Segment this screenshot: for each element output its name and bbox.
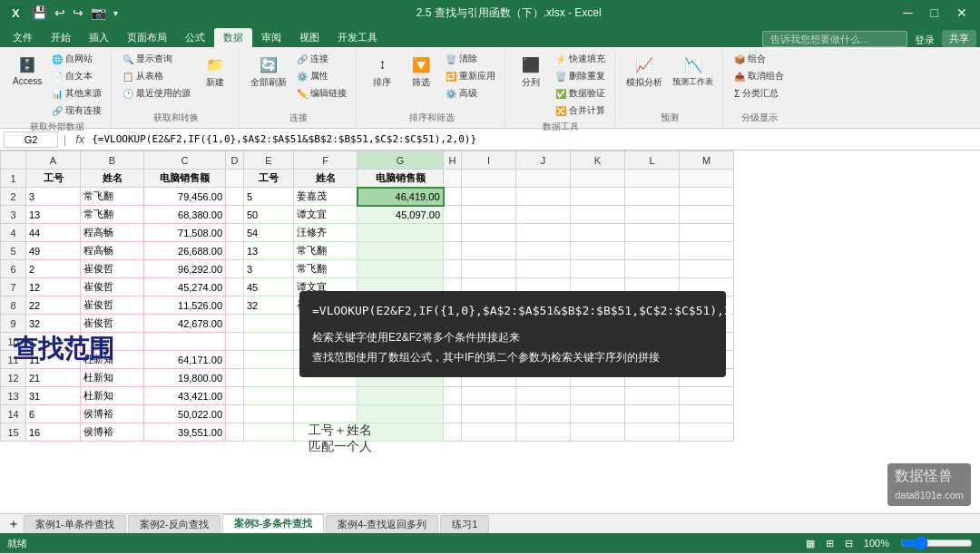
col-header-h[interactable]: H bbox=[444, 151, 462, 170]
cell[interactable]: 工号 bbox=[244, 170, 294, 188]
cell[interactable]: 13 bbox=[26, 206, 81, 224]
cell[interactable] bbox=[680, 188, 734, 206]
cell[interactable] bbox=[625, 188, 680, 206]
cell[interactable] bbox=[244, 333, 294, 351]
cell[interactable]: 22 bbox=[26, 296, 81, 315]
cell[interactable] bbox=[516, 242, 571, 260]
cell[interactable] bbox=[625, 405, 680, 423]
cell[interactable]: 程高畅 bbox=[81, 242, 144, 260]
cell[interactable] bbox=[571, 423, 625, 442]
cell[interactable] bbox=[226, 206, 244, 224]
cell[interactable] bbox=[516, 423, 571, 442]
cell[interactable] bbox=[444, 170, 462, 188]
cell[interactable] bbox=[226, 224, 244, 242]
cell[interactable] bbox=[680, 224, 734, 242]
cell[interactable]: 32 bbox=[26, 315, 81, 333]
cell[interactable] bbox=[462, 260, 516, 278]
tab-data[interactable]: 数据 bbox=[214, 28, 252, 47]
cell[interactable] bbox=[571, 387, 625, 405]
validate-button[interactable]: ✅数据验证 bbox=[552, 85, 609, 102]
cell[interactable]: 16 bbox=[26, 423, 81, 442]
formula-input[interactable] bbox=[92, 133, 976, 145]
view-page-icon[interactable]: ⊞ bbox=[826, 538, 834, 549]
tab-pagelayout[interactable]: 页面布局 bbox=[118, 28, 176, 47]
cell[interactable]: 3 bbox=[26, 188, 81, 206]
cell[interactable] bbox=[226, 351, 244, 369]
advanced-button[interactable]: ⚙️高级 bbox=[442, 85, 499, 102]
cell[interactable]: 侯博裕 bbox=[81, 405, 144, 423]
recent-sources-button[interactable]: 🕐最近使用的源 bbox=[119, 85, 194, 102]
clear-button[interactable]: 🗑️清除 bbox=[442, 51, 499, 67]
cell[interactable] bbox=[571, 206, 625, 224]
cell[interactable] bbox=[625, 260, 680, 278]
cell[interactable] bbox=[244, 423, 294, 442]
view-layout-icon[interactable]: ⊟ bbox=[845, 538, 853, 549]
cell[interactable] bbox=[444, 387, 462, 405]
access-button[interactable]: 🗄️ Access bbox=[9, 51, 45, 89]
cell[interactable] bbox=[294, 405, 358, 423]
cell[interactable] bbox=[625, 387, 680, 405]
cell[interactable] bbox=[462, 242, 516, 260]
sheet-tab-4[interactable]: 案例4-查找返回多列 bbox=[326, 515, 438, 533]
cell[interactable] bbox=[516, 260, 571, 278]
cell[interactable] bbox=[244, 315, 294, 333]
cell[interactable]: 71,508.00 bbox=[144, 224, 226, 242]
tab-formula[interactable]: 公式 bbox=[176, 28, 214, 47]
view-normal-icon[interactable]: ▦ bbox=[806, 538, 815, 549]
cell[interactable] bbox=[226, 260, 244, 278]
cell[interactable]: 姓名 bbox=[81, 170, 144, 188]
cell[interactable] bbox=[462, 206, 516, 224]
cell[interactable] bbox=[516, 405, 571, 423]
cell[interactable]: 谭文宜 bbox=[294, 206, 358, 224]
cell[interactable]: 46,419.00 bbox=[358, 188, 444, 206]
col-header-l[interactable]: L bbox=[625, 151, 680, 170]
col-header-c[interactable]: C bbox=[144, 151, 226, 170]
cell[interactable]: 13 bbox=[244, 242, 294, 260]
cell[interactable]: 姜嘉茂 bbox=[294, 188, 358, 206]
properties-button[interactable]: ⚙️属性 bbox=[293, 68, 350, 84]
cell[interactable] bbox=[226, 387, 244, 405]
cell[interactable] bbox=[462, 387, 516, 405]
cell[interactable] bbox=[444, 188, 462, 206]
cell[interactable] bbox=[680, 423, 734, 442]
cell[interactable] bbox=[625, 206, 680, 224]
cell[interactable]: 汪修齐 bbox=[294, 224, 358, 242]
cell[interactable]: 工号 bbox=[26, 170, 81, 188]
cell[interactable]: 45,274.00 bbox=[144, 278, 226, 296]
cell[interactable]: 电脑销售额 bbox=[358, 170, 444, 188]
cell[interactable]: 43,421.00 bbox=[144, 387, 226, 405]
cell[interactable]: 32 bbox=[244, 296, 294, 315]
tab-start[interactable]: 开始 bbox=[42, 28, 80, 47]
cell[interactable] bbox=[516, 206, 571, 224]
cell[interactable]: 常飞翻 bbox=[81, 206, 144, 224]
tab-file[interactable]: 文件 bbox=[4, 28, 42, 47]
cell[interactable] bbox=[444, 423, 462, 442]
cell[interactable] bbox=[462, 423, 516, 442]
connections-button[interactable]: 🔗连接 bbox=[293, 51, 350, 67]
cell[interactable]: 杜新知 bbox=[81, 387, 144, 405]
cell[interactable] bbox=[625, 242, 680, 260]
cell[interactable] bbox=[358, 387, 444, 405]
cell[interactable]: 3 bbox=[244, 260, 294, 278]
from-table-button[interactable]: 📋从表格 bbox=[119, 68, 194, 84]
cell[interactable] bbox=[144, 333, 226, 351]
cell[interactable]: 崔俊哲 bbox=[81, 315, 144, 333]
search-input[interactable] bbox=[762, 31, 907, 47]
cell[interactable]: 96,292.00 bbox=[144, 260, 226, 278]
cell[interactable] bbox=[226, 278, 244, 296]
col-header-a[interactable]: A bbox=[26, 151, 81, 170]
cell[interactable]: 崔俊哲 bbox=[81, 260, 144, 278]
sheet-tab-3[interactable]: 案例3-多条件查找 bbox=[222, 514, 325, 533]
web-button[interactable]: 🌐自网站 bbox=[48, 51, 105, 67]
col-header-e[interactable]: E bbox=[244, 151, 294, 170]
login-link[interactable]: 登录 bbox=[907, 34, 942, 47]
cell[interactable]: 45 bbox=[244, 278, 294, 296]
flash-fill-button[interactable]: ⚡快速填充 bbox=[552, 51, 609, 67]
cell[interactable] bbox=[680, 387, 734, 405]
cell[interactable] bbox=[571, 405, 625, 423]
cell[interactable]: 79,456.00 bbox=[144, 188, 226, 206]
cell[interactable]: 2 bbox=[26, 260, 81, 278]
cell[interactable] bbox=[462, 224, 516, 242]
zoom-slider[interactable] bbox=[900, 536, 973, 550]
cell[interactable]: 26,688.00 bbox=[144, 242, 226, 260]
